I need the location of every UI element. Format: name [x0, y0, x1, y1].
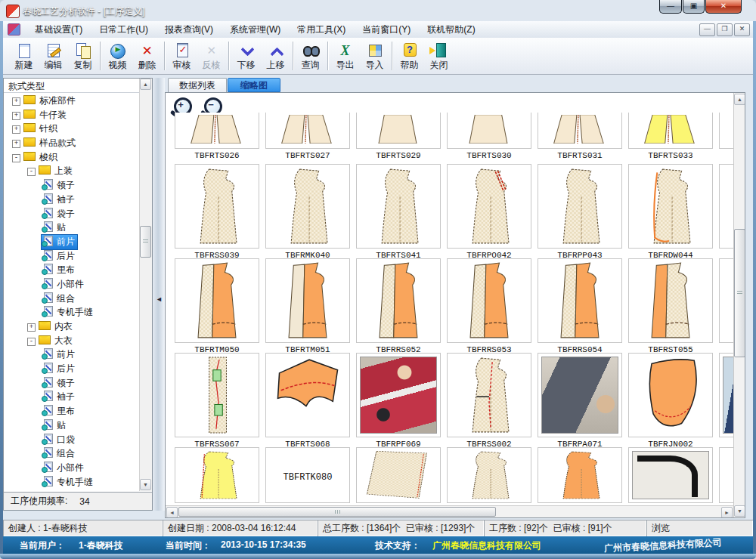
tab-thumbnail[interactable]: 缩略图: [228, 78, 280, 92]
thumbnail-cell[interactable]: [628, 353, 713, 437]
tree-item-coat-back[interactable]: 后片: [4, 362, 141, 376]
tree-item-woven[interactable]: -梭织: [4, 150, 141, 165]
tree-item-underwear[interactable]: +内衣: [4, 320, 141, 334]
thumbnail-cell[interactable]: [538, 447, 622, 503]
scroll-down-icon[interactable]: ▼: [140, 479, 151, 490]
tree-item-coat-small-parts[interactable]: 小部件: [4, 461, 141, 475]
thumbnail-cell[interactable]: [447, 353, 531, 437]
tree-item-sleeve[interactable]: 袖子: [4, 193, 141, 207]
thumbnail-cell[interactable]: [628, 164, 713, 249]
expand-icon[interactable]: +: [12, 97, 20, 106]
menu-current-window[interactable]: 当前窗口(Y): [354, 22, 419, 38]
thumbnail-cell[interactable]: [447, 258, 531, 343]
tree-item-front-piece-selected[interactable]: 前片: [4, 235, 141, 249]
thumbnail-cell[interactable]: [175, 164, 259, 249]
expand-icon[interactable]: -: [27, 338, 36, 346]
panel-splitter[interactable]: ◄: [153, 78, 165, 511]
tree-item-coat-collar[interactable]: 领子: [4, 376, 141, 391]
thumbnail-cell[interactable]: [356, 258, 441, 343]
help-button[interactable]: 帮助: [395, 42, 424, 70]
tree-item-tops[interactable]: -上装: [4, 164, 141, 178]
thumbnail-cell[interactable]: [175, 258, 259, 343]
tree-item-coat-sleeve[interactable]: 袖子: [4, 390, 141, 404]
expand-icon[interactable]: -: [12, 154, 20, 162]
close-window-button[interactable]: 关闭: [424, 42, 454, 70]
tree-item-coat-lining[interactable]: 里布: [4, 404, 141, 418]
mdi-minimize-button[interactable]: —: [699, 23, 715, 36]
tree-item-pocket[interactable]: 袋子: [4, 207, 141, 221]
thumbnail-cell[interactable]: [356, 113, 441, 149]
thumbnail-cell[interactable]: [628, 447, 713, 503]
tree-item-coat-pocket[interactable]: 口袋: [4, 433, 141, 447]
import-button[interactable]: 导入: [360, 42, 389, 70]
thumbnail-cell[interactable]: [356, 353, 441, 437]
tree-scrollbar[interactable]: ▲ ▼: [139, 79, 152, 491]
tree-item-collar[interactable]: 领子: [4, 178, 141, 193]
tree-item-coat-special-stitch[interactable]: 专机手缝: [4, 475, 141, 490]
new-button[interactable]: 新建: [9, 42, 39, 70]
expand-icon[interactable]: +: [27, 323, 36, 332]
tree-item-sample-style[interactable]: +样品款式: [4, 136, 141, 150]
tree-item-coat-patch[interactable]: 贴: [4, 418, 141, 433]
edit-button[interactable]: 编辑: [39, 42, 68, 70]
horizontal-scrollbar-thumb[interactable]: [178, 507, 496, 517]
menu-basic-settings[interactable]: 基础设置(T): [26, 22, 91, 38]
menu-report-query[interactable]: 报表查询(V): [156, 22, 222, 38]
tree-item-patch[interactable]: 贴: [4, 221, 141, 235]
copy-button[interactable]: 复制: [68, 42, 98, 70]
mdi-restore-button[interactable]: ❐: [717, 23, 733, 36]
expand-icon[interactable]: +: [12, 125, 20, 134]
close-button[interactable]: ✕: [705, 0, 742, 14]
tree-item-knit[interactable]: +针织: [4, 122, 141, 136]
menu-common-tools[interactable]: 常用工具(X): [289, 22, 354, 38]
scroll-right-icon[interactable]: ►: [721, 507, 733, 518]
collapse-arrow-icon[interactable]: ◄: [156, 295, 163, 303]
move-down-button[interactable]: 下移: [231, 42, 261, 70]
maximize-button[interactable]: ▣: [683, 0, 705, 14]
scroll-up-icon[interactable]: ▲: [734, 94, 745, 105]
tree-item-small-parts[interactable]: 小部件: [4, 277, 141, 292]
thumbnail-cell[interactable]: [175, 353, 259, 437]
tab-data-list[interactable]: 数据列表: [168, 78, 227, 92]
vertical-scrollbar[interactable]: ▲ ▼: [733, 93, 745, 517]
expand-icon[interactable]: +: [12, 140, 20, 148]
thumbnail-cell[interactable]: [265, 258, 350, 343]
child-window-icon[interactable]: [8, 23, 20, 36]
thumbnail-cell[interactable]: [356, 447, 441, 503]
thumbnail-cell[interactable]: TBFRTK080: [265, 447, 350, 503]
thumbnail-cell[interactable]: [447, 113, 531, 149]
thumbnail-cell[interactable]: [538, 164, 622, 249]
video-button[interactable]: 视频: [103, 42, 132, 70]
scroll-left-icon[interactable]: ◄: [166, 507, 178, 518]
tree-item-denim[interactable]: +牛仔装: [4, 108, 141, 122]
thumbnail-cell[interactable]: [538, 353, 622, 437]
menu-online-help[interactable]: 联机帮助(Z): [419, 22, 483, 38]
tree-item-coat-combine[interactable]: 组合: [4, 446, 141, 461]
mdi-close-button[interactable]: ✕: [734, 23, 750, 36]
audit-button[interactable]: 审核: [167, 42, 197, 70]
thumbnail-cell[interactable]: [628, 258, 713, 343]
horizontal-scrollbar[interactable]: ◄ ►: [166, 505, 733, 518]
query-button[interactable]: 查询: [296, 42, 325, 70]
thumbnail-cell[interactable]: [265, 164, 350, 249]
tree-item-standard-parts[interactable]: +标准部件: [4, 94, 141, 108]
tree-item-special-stitch[interactable]: 专机手缝: [4, 305, 141, 320]
tree-item-coat[interactable]: -大衣: [4, 334, 141, 348]
tree-item-coat-front[interactable]: 前片: [4, 347, 141, 362]
minimize-button[interactable]: —: [659, 0, 682, 14]
thumbnail-cell[interactable]: [447, 164, 531, 249]
thumbnail-cell[interactable]: [265, 113, 350, 149]
thumbnail-cell[interactable]: [538, 258, 622, 343]
tree-item-combine[interactable]: 组合: [4, 292, 141, 306]
thumbnail-cell[interactable]: [628, 113, 713, 149]
menu-daily-work[interactable]: 日常工作(U): [91, 22, 156, 38]
move-up-button[interactable]: 上移: [261, 42, 290, 70]
scroll-up-icon[interactable]: ▲: [140, 79, 151, 90]
expand-icon[interactable]: -: [27, 168, 36, 176]
expand-icon[interactable]: +: [12, 112, 20, 120]
thumbnail-cell[interactable]: [356, 164, 441, 249]
scroll-down-icon[interactable]: ▼: [734, 505, 745, 517]
thumbnail-cell[interactable]: [265, 353, 350, 437]
vertical-scrollbar-thumb[interactable]: [734, 229, 745, 357]
tree-scrollbar-thumb[interactable]: [140, 226, 151, 258]
